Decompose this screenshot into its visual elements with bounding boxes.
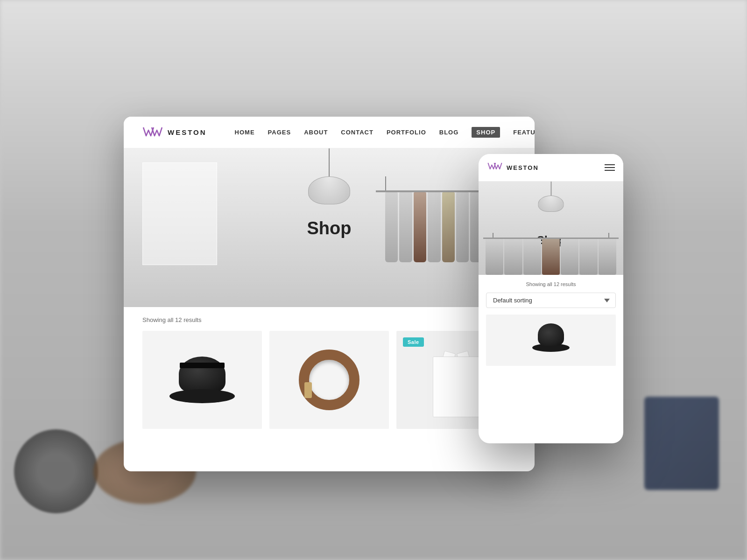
nav-contact[interactable]: CONTACT (341, 129, 374, 136)
nav-pages[interactable]: PAGES (268, 129, 291, 136)
mobile-lamp (538, 182, 564, 212)
desktop-products-grid: Sale (142, 331, 516, 429)
hat-band (180, 363, 225, 368)
mobile-cloth-7 (599, 239, 616, 275)
hamburger-line-1 (605, 164, 615, 165)
hero-left-panel (142, 162, 217, 265)
mobile-logo-text: WESTON (507, 164, 539, 171)
mobile-hat-illustration (532, 322, 570, 359)
hanging-lamp (308, 148, 350, 204)
mobile-lamp-shade (538, 196, 564, 212)
nav-portfolio[interactable]: PORTFOLIO (387, 129, 426, 136)
cloth-2 (399, 192, 412, 262)
mobile-rack-wire-right (608, 233, 609, 238)
mobile-shop-content: Showing all 12 results Default sorting S… (479, 275, 623, 372)
desktop-logo: WESTON (142, 126, 207, 140)
mobile-logo-icon (487, 161, 503, 174)
mobile-clothes (486, 239, 616, 275)
nav-shop[interactable]: SHOP (472, 127, 500, 138)
desktop-nav: HOME PAGES ABOUT CONTACT PORTFOLIO BLOG … (235, 127, 535, 138)
nav-home[interactable]: HOME (235, 129, 255, 136)
mobile-hero: Shop (479, 182, 623, 275)
nav-features[interactable]: FEATURES (513, 129, 535, 136)
desktop-logo-text: WESTON (168, 128, 207, 136)
bg-bag-decoration (644, 397, 719, 490)
hamburger-line-2 (605, 167, 615, 168)
hamburger-line-3 (605, 170, 615, 171)
hat-illustration (169, 347, 235, 413)
hamburger-menu[interactable] (605, 164, 615, 171)
mobile-rack-wire-left (493, 233, 493, 238)
mobile-mockup: WESTON Shop (479, 154, 623, 443)
desktop-mockup: WESTON HOME PAGES ABOUT CONTACT PORTFOLI… (124, 117, 535, 471)
lamp-shade (308, 176, 350, 204)
desktop-hero: Shop (124, 148, 535, 307)
lamp-wire (329, 148, 330, 176)
mobile-sort-select[interactable]: Default sorting Sort by popularity Sort … (486, 293, 616, 308)
product-card-hat[interactable] (142, 331, 262, 429)
shirt-body (433, 357, 479, 417)
nav-blog[interactable]: BLOG (439, 129, 459, 136)
mockups-container: WESTON HOME PAGES ABOUT CONTACT PORTFOLI… (124, 89, 623, 471)
cloth-6 (456, 192, 469, 262)
mobile-cloth-6 (579, 239, 597, 275)
mobile-lamp-wire (550, 182, 551, 196)
mobile-logo: WESTON (487, 161, 539, 174)
cloth-1 (385, 192, 398, 262)
cloth-5 (442, 192, 455, 262)
desktop-hero-title: Shop (307, 218, 352, 238)
belt-illustration (299, 350, 359, 410)
mobile-cloth-1 (486, 239, 503, 275)
desktop-shop-content: Showing all 12 results (124, 307, 535, 438)
desktop-header: WESTON HOME PAGES ABOUT CONTACT PORTFOLI… (124, 117, 535, 148)
nav-about[interactable]: ABOUT (304, 129, 328, 136)
sale-badge: Sale (403, 337, 424, 347)
desktop-showing-results: Showing all 12 results (142, 316, 516, 323)
cloth-4 (428, 192, 440, 262)
mobile-header: WESTON (479, 154, 623, 182)
bg-hat-decoration (14, 429, 98, 513)
product-card-belt[interactable] (269, 331, 389, 429)
rack-support-left (385, 176, 386, 190)
belt-coil (299, 350, 359, 410)
mobile-cloth-2 (504, 239, 522, 275)
belt-buckle (304, 382, 312, 398)
desktop-logo-icon (142, 126, 163, 140)
hat-brim (169, 389, 235, 403)
mobile-clothes-rack (479, 233, 623, 275)
mobile-product-card-hat[interactable] (486, 315, 616, 366)
mobile-cloth-5 (561, 239, 578, 275)
mobile-showing-results: Showing all 12 results (486, 281, 616, 287)
cloth-3 (414, 192, 426, 262)
mobile-cloth-4 (542, 239, 560, 275)
hat-crown (179, 357, 226, 392)
shirt-illustration (428, 343, 484, 417)
mobile-cloth-3 (523, 239, 541, 275)
mobile-hat-crown (538, 323, 564, 346)
